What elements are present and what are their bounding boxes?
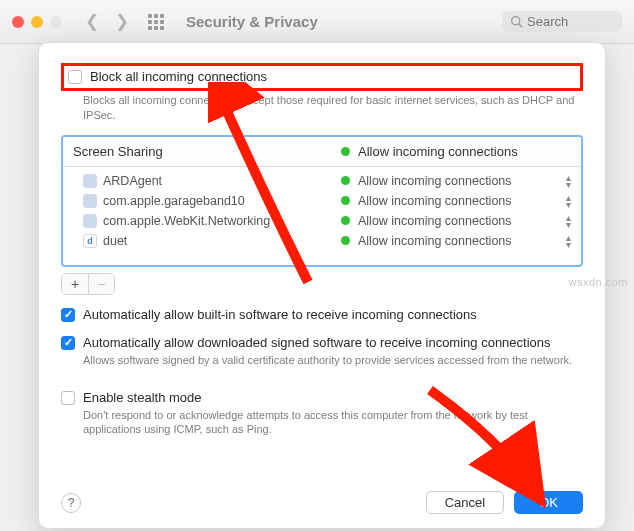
auto-builtin-label: Automatically allow built-in software to…	[83, 307, 477, 322]
search-icon	[510, 15, 523, 28]
annotation-highlight: Block all incoming connections	[61, 63, 583, 91]
search-field[interactable]	[502, 11, 622, 32]
add-remove-buttons: + −	[61, 273, 115, 295]
close-window-button[interactable]	[12, 16, 24, 28]
sheet-footer: ? Cancel OK	[61, 491, 583, 514]
auto-builtin-checkbox[interactable]	[61, 308, 75, 322]
status-dot-icon	[341, 216, 350, 225]
app-icon	[83, 174, 97, 188]
svg-line-1	[519, 24, 522, 27]
header-status: Allow incoming connections	[358, 144, 518, 159]
status-label: Allow incoming connections	[358, 214, 512, 228]
status-label: Allow incoming connections	[358, 174, 512, 188]
app-name: ARDAgent	[103, 174, 162, 188]
window-title: Security & Privacy	[186, 13, 318, 30]
app-name: com.apple.garageband10	[103, 194, 245, 208]
auto-signed-description: Allows software signed by a valid certif…	[83, 353, 583, 368]
stealth-mode-label: Enable stealth mode	[83, 390, 202, 405]
help-button[interactable]: ?	[61, 493, 81, 513]
zoom-window-button[interactable]	[50, 16, 62, 28]
block-all-description: Blocks all incoming connections except t…	[83, 93, 583, 123]
status-stepper[interactable]: ▴▾	[566, 214, 571, 228]
status-stepper[interactable]: ▴▾	[566, 234, 571, 248]
table-row[interactable]: ARDAgentAllow incoming connections▴▾	[63, 171, 581, 191]
status-label: Allow incoming connections	[358, 234, 512, 248]
status-label: Allow incoming connections	[358, 194, 512, 208]
traffic-lights	[12, 16, 62, 28]
add-app-button[interactable]: +	[62, 274, 88, 294]
table-header: Screen Sharing Allow incoming connection…	[63, 137, 581, 167]
app-icon	[83, 194, 97, 208]
firewall-options-sheet: Block all incoming connections Blocks al…	[38, 42, 606, 529]
ok-button[interactable]: OK	[514, 491, 583, 514]
svg-point-0	[512, 17, 520, 25]
app-name: com.apple.WebKit.Networking	[103, 214, 270, 228]
app-icon	[83, 214, 97, 228]
app-icon: d	[83, 234, 97, 248]
stealth-mode-description: Don't respond to or acknowledge attempts…	[83, 408, 583, 438]
header-app-name: Screen Sharing	[73, 144, 163, 159]
forward-button[interactable]: ❯	[112, 11, 132, 32]
search-input[interactable]	[527, 14, 607, 29]
auto-signed-label: Automatically allow downloaded signed so…	[83, 335, 551, 350]
cancel-button[interactable]: Cancel	[426, 491, 504, 514]
status-dot-icon	[341, 236, 350, 245]
table-row[interactable]: dduetAllow incoming connections▴▾	[63, 231, 581, 251]
table-row[interactable]: com.apple.garageband10Allow incoming con…	[63, 191, 581, 211]
status-dot-icon	[341, 196, 350, 205]
show-all-prefs-button[interactable]	[148, 14, 164, 30]
remove-app-button[interactable]: −	[88, 274, 114, 294]
table-row[interactable]: com.apple.WebKit.NetworkingAllow incomin…	[63, 211, 581, 231]
status-dot-icon	[341, 147, 350, 156]
app-connections-table: Screen Sharing Allow incoming connection…	[61, 135, 583, 267]
status-stepper[interactable]: ▴▾	[566, 194, 571, 208]
auto-signed-checkbox[interactable]	[61, 336, 75, 350]
back-button[interactable]: ❮	[82, 11, 102, 32]
status-dot-icon	[341, 176, 350, 185]
status-stepper[interactable]: ▴▾	[566, 174, 571, 188]
minimize-window-button[interactable]	[31, 16, 43, 28]
window-toolbar: ❮ ❯ Security & Privacy	[0, 0, 634, 44]
stealth-mode-checkbox[interactable]	[61, 391, 75, 405]
watermark: wsxdn.com	[568, 276, 628, 288]
app-name: duet	[103, 234, 127, 248]
block-all-label: Block all incoming connections	[90, 69, 267, 84]
block-all-checkbox[interactable]	[68, 70, 82, 84]
